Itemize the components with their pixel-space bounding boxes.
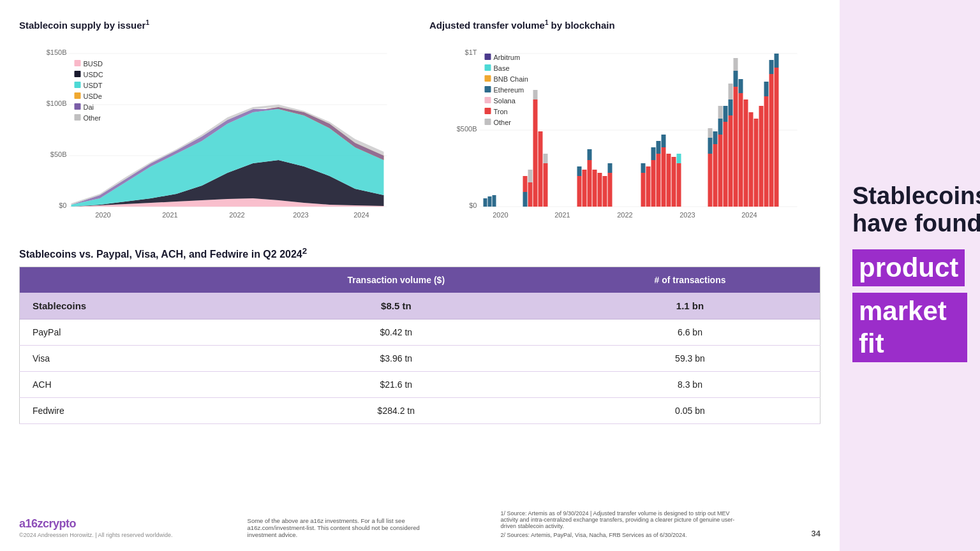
svg-text:$100B: $100B xyxy=(47,99,67,107)
svg-rect-70 xyxy=(677,163,681,207)
svg-rect-56 xyxy=(603,176,607,207)
sidebar: Stablecoins have found product market fi… xyxy=(840,0,980,551)
row-name: Visa xyxy=(20,346,232,372)
svg-rect-71 xyxy=(677,154,681,163)
svg-text:BUSD: BUSD xyxy=(84,60,103,68)
supply-chart-title: Stablecoin supply by issuer1 xyxy=(19,19,410,31)
svg-rect-80 xyxy=(724,122,728,207)
table-row: ACH$21.6 tn8.3 bn xyxy=(20,372,820,398)
svg-text:2024: 2024 xyxy=(353,211,369,219)
svg-rect-79 xyxy=(718,106,723,119)
svg-rect-39 xyxy=(493,195,496,207)
svg-rect-67 xyxy=(662,135,666,147)
sidebar-highlight-market-fit: market fit xyxy=(852,293,967,362)
svg-rect-55 xyxy=(598,173,602,207)
svg-text:Tron: Tron xyxy=(494,108,508,115)
sidebar-title-text: Stablecoins have found xyxy=(852,182,980,237)
svg-rect-69 xyxy=(672,157,676,207)
table-title-text: Stablecoins vs. Paypal, Visa, ACH, and F… xyxy=(19,249,302,260)
table-row: Fedwire$284.2 tn0.05 bn xyxy=(20,398,820,424)
transfer-chart-svg: $1T $500B $0 xyxy=(429,36,820,233)
row-name: Stablecoins xyxy=(20,293,232,320)
svg-rect-24 xyxy=(75,114,81,121)
transfer-chart-title: Adjusted transfer volume1 by blockchain xyxy=(429,19,820,31)
svg-text:2024: 2024 xyxy=(741,211,757,219)
page-number: 34 xyxy=(812,529,820,538)
svg-rect-86 xyxy=(734,71,738,87)
row-transactions: 8.3 bn xyxy=(560,372,820,398)
row-volume: $284.2 tn xyxy=(232,398,560,424)
table-row: PayPal$0.42 tn6.6 bn xyxy=(20,320,820,346)
footer-note-text: Some of the above are a16z investments. … xyxy=(248,517,420,538)
svg-rect-37 xyxy=(484,198,487,207)
svg-rect-90 xyxy=(744,99,748,207)
charts-row: Stablecoin supply by issuer1 $150B $100B… xyxy=(19,19,820,233)
svg-rect-85 xyxy=(734,87,738,207)
svg-text:2022: 2022 xyxy=(229,211,244,219)
svg-rect-99 xyxy=(775,54,779,68)
svg-text:$0: $0 xyxy=(469,202,477,209)
row-name: Fedwire xyxy=(20,398,232,424)
svg-rect-72 xyxy=(708,154,713,207)
footer-logo: a16zcrypto xyxy=(19,517,173,531)
svg-text:2023: 2023 xyxy=(679,211,695,219)
main-content: Stablecoin supply by issuer1 $150B $100B… xyxy=(0,0,840,551)
sidebar-title: Stablecoins have found xyxy=(852,182,980,238)
svg-rect-68 xyxy=(667,154,671,207)
svg-text:Other: Other xyxy=(494,119,512,126)
svg-rect-42 xyxy=(528,182,533,207)
svg-text:USDC: USDC xyxy=(84,71,103,78)
svg-rect-51 xyxy=(583,170,587,207)
svg-rect-54 xyxy=(593,170,597,207)
svg-rect-60 xyxy=(641,163,646,173)
svg-rect-73 xyxy=(708,138,713,154)
svg-text:$0: $0 xyxy=(59,202,66,209)
svg-rect-61 xyxy=(646,166,651,207)
footer-source1: 1/ Source: Artemis as of 9/30/2024 | Adj… xyxy=(501,510,737,529)
svg-rect-75 xyxy=(713,144,718,207)
svg-rect-63 xyxy=(651,147,656,160)
table-header-row: Transaction volume ($) # of transactions xyxy=(20,267,820,293)
table-section: Stablecoins vs. Paypal, Visa, ACH, and F… xyxy=(19,246,820,494)
svg-rect-97 xyxy=(769,60,774,74)
row-volume: $21.6 tn xyxy=(232,372,560,398)
svg-rect-84 xyxy=(729,84,733,99)
svg-rect-22 xyxy=(75,103,81,110)
svg-rect-100 xyxy=(485,54,491,60)
svg-rect-108 xyxy=(485,97,491,103)
svg-rect-47 xyxy=(544,163,548,207)
svg-rect-78 xyxy=(718,119,723,135)
svg-rect-20 xyxy=(75,92,81,99)
svg-text:2021: 2021 xyxy=(162,211,177,219)
svg-rect-95 xyxy=(764,82,769,96)
table-row: Stablecoins$8.5 tn1.1 bn xyxy=(20,293,820,320)
row-volume: $8.5 tn xyxy=(232,293,560,320)
svg-rect-104 xyxy=(485,75,491,82)
table-title: Stablecoins vs. Paypal, Visa, ACH, and F… xyxy=(19,246,820,260)
svg-rect-40 xyxy=(523,192,528,207)
transfer-chart-container: Adjusted transfer volume1 by blockchain … xyxy=(429,19,820,233)
svg-rect-74 xyxy=(708,128,713,138)
table-title-sup: 2 xyxy=(302,246,307,256)
svg-text:$1T: $1T xyxy=(465,48,477,56)
svg-text:2020: 2020 xyxy=(493,211,508,219)
row-name: PayPal xyxy=(20,320,232,346)
logo-text: a16zcrypto xyxy=(19,517,76,530)
svg-text:Ethereum: Ethereum xyxy=(494,86,524,94)
svg-text:USDe: USDe xyxy=(84,92,102,100)
svg-text:USDT: USDT xyxy=(84,82,103,89)
svg-text:$50B: $50B xyxy=(50,151,67,158)
sidebar-highlight-product: product xyxy=(852,249,965,286)
svg-rect-96 xyxy=(769,74,774,207)
supply-chart-box: $150B $100B $50B $0 xyxy=(19,36,410,233)
svg-rect-82 xyxy=(729,115,733,207)
footer-sources: 1/ Source: Artemis as of 9/30/2024 | Adj… xyxy=(501,510,737,538)
svg-rect-110 xyxy=(485,108,491,114)
svg-rect-53 xyxy=(588,149,592,160)
supply-title-text: Stablecoin supply by issuer xyxy=(19,20,145,31)
transfer-title-suffix: by blockchain xyxy=(548,20,614,31)
svg-rect-66 xyxy=(662,147,666,207)
svg-rect-87 xyxy=(734,58,738,71)
footer: a16zcrypto ©2024 Andreessen Horowitz. | … xyxy=(19,510,820,538)
table-body: Stablecoins$8.5 tn1.1 bnPayPal$0.42 tn6.… xyxy=(20,293,820,424)
